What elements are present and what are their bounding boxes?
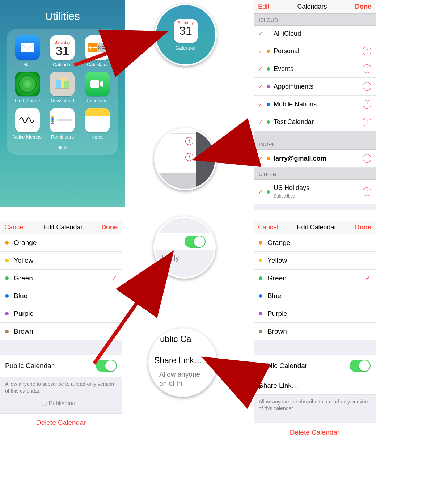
check-icon: ✓: [258, 65, 265, 72]
calendar-events[interactable]: ✓ Events i: [254, 60, 376, 78]
app-reminders[interactable]: Reminders: [46, 108, 79, 140]
reminders-icon: [50, 108, 75, 132]
row-label: Appointments: [274, 83, 363, 90]
info-icon[interactable]: i: [363, 82, 371, 91]
check-icon: ✓: [258, 30, 265, 37]
color-green[interactable]: Green✓: [0, 270, 122, 287]
color-dot: [259, 276, 262, 280]
navbar: Cancel Edit Calendar Done: [254, 221, 376, 234]
done-button[interactable]: Done: [355, 224, 371, 231]
nav-title: Edit Calendar: [43, 224, 83, 231]
toggle-switch: [185, 236, 206, 248]
calculator-icon: +−×=: [85, 35, 110, 60]
calendar-appointments[interactable]: ✓ Appointments i: [254, 78, 376, 96]
public-calendar-row[interactable]: Public Calendar: [0, 355, 122, 377]
nav-title: Edit Calendar: [297, 224, 336, 231]
row-label: US Holidays Subscribed: [274, 184, 363, 199]
app-find-iphone[interactable]: Find iPhone: [11, 72, 44, 103]
info-icon[interactable]: i: [363, 187, 371, 196]
row-label: Blue: [14, 292, 117, 300]
share-link-row[interactable]: Share Link…: [254, 377, 376, 395]
app-facetime[interactable]: FaceTime: [81, 72, 114, 103]
app-notes[interactable]: Notes: [81, 108, 114, 140]
check-icon: ✓: [258, 189, 265, 195]
info-icon[interactable]: i: [363, 100, 371, 109]
app-label: Notes: [91, 134, 103, 140]
color-blue[interactable]: Blue: [254, 287, 376, 305]
calendar-test[interactable]: ✓ Test Calendar i: [254, 113, 376, 131]
calendar-mobile-nations[interactable]: ✓ Mobile Nations i: [254, 96, 376, 113]
calendar-all-icloud[interactable]: ✓ All iCloud: [254, 26, 376, 42]
folder-body: Mail Saturday 31 Calendar +−×= Calculato…: [7, 29, 118, 155]
notes-icon: [85, 108, 110, 132]
public-calendar-toggle[interactable]: [350, 360, 371, 372]
color-orange[interactable]: Orange: [0, 234, 122, 252]
app-calculator[interactable]: +−×= Calculator: [81, 35, 114, 67]
app-label: Voice Memos: [13, 134, 42, 140]
page-dots[interactable]: [11, 144, 114, 151]
row-label: Mobile Nations: [274, 101, 363, 108]
row-label: Yellow: [14, 257, 117, 264]
app-label: FaceTime: [87, 98, 108, 103]
description-text: Allow anyone to subscribe to a read-only…: [254, 395, 376, 416]
calendar-imore-item[interactable]: ✓ larry@gmail.com i: [254, 150, 376, 168]
folder-title: Utilities: [0, 0, 125, 29]
edit-calendar-screen-1: Cancel Edit Calendar Done Orange Yellow …: [0, 221, 122, 432]
info-icon[interactable]: i: [363, 47, 371, 55]
app-label: Reminders: [51, 134, 74, 140]
edit-button[interactable]: Edit: [258, 3, 269, 10]
svg-rect-0: [56, 80, 61, 88]
color-dot: [5, 312, 9, 315]
app-calendar[interactable]: Saturday 31 Calendar: [46, 35, 79, 67]
app-label: Calculator: [87, 62, 108, 67]
cancel-button[interactable]: Cancel: [4, 224, 25, 231]
delete-calendar-button[interactable]: Delete Calendar: [0, 413, 122, 432]
app-label: Find iPhone: [15, 98, 40, 103]
color-brown[interactable]: Brown: [0, 323, 122, 340]
color-green[interactable]: Green✓: [254, 270, 376, 287]
app-newsstand[interactable]: Newsstand: [46, 72, 79, 103]
zoom-calendar-app: Saturday 31 Calendar: [155, 4, 217, 66]
row-label: Brown: [267, 327, 371, 335]
done-button[interactable]: Done: [355, 3, 371, 10]
app-label: Calendar: [176, 45, 196, 51]
color-purple[interactable]: Purple: [254, 305, 376, 323]
calendar-us-holidays[interactable]: ✓ US Holidays Subscribed i: [254, 180, 376, 204]
section-header-other: OTHER: [254, 168, 376, 180]
svg-rect-2: [64, 81, 69, 88]
row-label: Orange: [14, 239, 117, 247]
info-icon[interactable]: i: [363, 118, 371, 126]
spinner-icon: [41, 401, 47, 406]
done-button[interactable]: Done: [101, 224, 118, 231]
color-blue[interactable]: Blue: [0, 287, 122, 305]
calendar-personal[interactable]: ✓ Personal i: [254, 42, 376, 60]
public-calendar-toggle[interactable]: [96, 360, 117, 372]
row-label: larry@gmail.com: [274, 155, 363, 162]
public-calendar-row[interactable]: Public Calendar: [254, 355, 376, 377]
color-yellow[interactable]: Yellow: [254, 252, 376, 270]
check-icon: ✓: [258, 48, 265, 55]
color-dot: [267, 120, 270, 124]
zoom-row-share: Share Link…: [154, 356, 211, 365]
app-mail[interactable]: Mail: [11, 35, 44, 67]
info-icon[interactable]: i: [363, 154, 371, 163]
info-icon[interactable]: i: [363, 64, 371, 73]
find-iphone-icon: [15, 72, 40, 96]
color-dot: [259, 330, 262, 333]
info-icon: i: [185, 137, 193, 145]
app-label: Mail: [23, 62, 32, 67]
color-yellow[interactable]: Yellow: [0, 252, 122, 270]
facetime-icon: [85, 72, 110, 96]
voice-memos-icon: [15, 108, 40, 132]
color-purple[interactable]: Purple: [0, 305, 122, 323]
color-orange[interactable]: Orange: [254, 234, 376, 252]
delete-calendar-button[interactable]: Delete Calendar: [254, 423, 376, 441]
calendar-icon: Saturday 31: [50, 35, 75, 60]
utilities-folder: Utilities Mail Saturday 31 Calendar +−×=: [0, 0, 125, 207]
cancel-button[interactable]: Cancel: [258, 224, 278, 231]
calendar-daynum: 31: [56, 45, 69, 57]
check-icon: ✓: [258, 119, 265, 126]
check-icon: ✓: [365, 274, 371, 282]
color-brown[interactable]: Brown: [254, 323, 376, 340]
app-voice-memos[interactable]: Voice Memos: [11, 108, 44, 140]
